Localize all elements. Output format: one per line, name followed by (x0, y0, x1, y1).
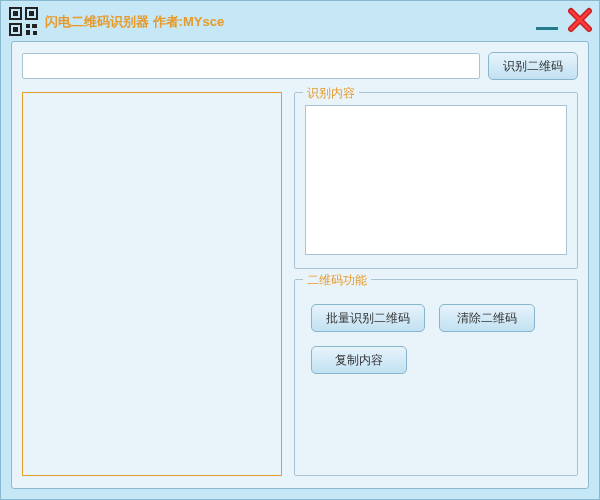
minimize-button[interactable] (533, 10, 561, 30)
svg-rect-6 (26, 24, 30, 28)
close-button[interactable] (567, 7, 593, 33)
svg-rect-5 (13, 27, 18, 32)
client-area: 识别二维码 识别内容 二维码功能 批量识别二维码 清除二维码 复制内容 (11, 41, 589, 489)
svg-rect-1 (13, 11, 18, 16)
svg-rect-9 (33, 31, 37, 35)
top-row: 识别二维码 (22, 52, 578, 80)
function-group: 二维码功能 批量识别二维码 清除二维码 复制内容 (294, 279, 578, 476)
result-group: 识别内容 (294, 92, 578, 269)
function-buttons: 批量识别二维码 清除二维码 复制内容 (305, 292, 567, 380)
image-path-input[interactable] (22, 53, 480, 79)
svg-rect-8 (26, 30, 30, 35)
qr-preview-box (22, 92, 282, 476)
function-legend: 二维码功能 (303, 272, 371, 289)
svg-rect-7 (32, 24, 37, 28)
copy-content-button[interactable]: 复制内容 (311, 346, 407, 374)
titlebar: 闪电二维码识别器 作者:MYsce (1, 1, 599, 39)
result-legend: 识别内容 (303, 85, 359, 102)
main-row: 识别内容 二维码功能 批量识别二维码 清除二维码 复制内容 (22, 92, 578, 476)
svg-rect-3 (29, 11, 34, 16)
recognize-button[interactable]: 识别二维码 (488, 52, 578, 80)
app-window: 闪电二维码识别器 作者:MYsce 识别二维码 识别内容 (0, 0, 600, 500)
window-controls (533, 7, 593, 33)
result-textarea[interactable] (305, 105, 567, 255)
clear-qr-button[interactable]: 清除二维码 (439, 304, 535, 332)
right-column: 识别内容 二维码功能 批量识别二维码 清除二维码 复制内容 (294, 92, 578, 476)
qr-icon (9, 7, 39, 37)
window-title: 闪电二维码识别器 作者:MYsce (45, 13, 224, 31)
batch-recognize-button[interactable]: 批量识别二维码 (311, 304, 425, 332)
